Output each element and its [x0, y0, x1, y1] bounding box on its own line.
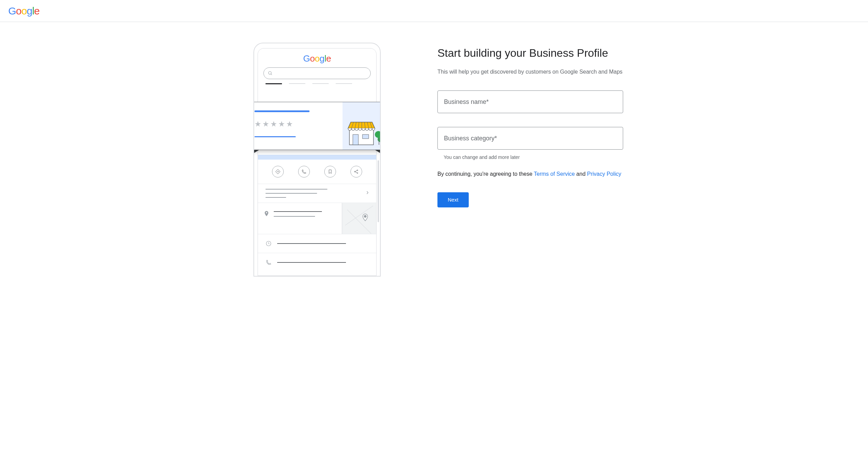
legal-and: and — [575, 171, 587, 177]
svg-point-4 — [357, 173, 358, 174]
bookmark-icon — [324, 166, 336, 177]
phone-frame: Google — [253, 43, 381, 277]
business-name-field-wrapper — [437, 90, 623, 113]
page-title: Start building your Business Profile — [437, 46, 623, 61]
action-icons-row — [258, 166, 376, 184]
map-thumbnail — [342, 203, 376, 234]
directions-icon — [272, 166, 284, 177]
svg-line-1 — [271, 74, 272, 75]
location-pin-icon — [263, 211, 270, 217]
phone-google-logo: Google — [258, 49, 376, 67]
illustration-panel: Google — [245, 43, 389, 277]
privacy-policy-link[interactable]: Privacy Policy — [587, 171, 621, 177]
svg-point-2 — [355, 171, 356, 172]
svg-point-0 — [269, 72, 271, 74]
category-helper-text: You can change and add more later — [437, 154, 623, 160]
hours-row — [258, 234, 376, 253]
storefront-icon — [346, 118, 381, 146]
star-rating-icon: ★★★★★ — [254, 120, 335, 129]
page-subtitle: This will help you get discovered by cus… — [437, 67, 623, 76]
business-name-input[interactable] — [437, 90, 623, 113]
scroll-indicator — [378, 160, 379, 222]
next-button[interactable]: Next — [437, 192, 469, 207]
business-category-input[interactable] — [437, 127, 623, 150]
svg-rect-10 — [353, 134, 358, 145]
svg-rect-11 — [362, 134, 369, 139]
svg-line-5 — [355, 171, 357, 172]
map-pin-icon — [361, 213, 369, 222]
chevron-right-icon: › — [366, 188, 369, 196]
legal-prefix: By continuing, you're agreeing to these — [437, 171, 534, 177]
clock-icon — [265, 240, 272, 247]
page-header: Google — [0, 0, 868, 22]
svg-point-3 — [357, 170, 358, 171]
phone-screen: Google — [258, 48, 377, 276]
business-category-field-wrapper — [437, 127, 623, 150]
form-panel: Start building your Business Profile Thi… — [437, 43, 623, 277]
description-row: › — [258, 184, 376, 203]
svg-line-6 — [355, 172, 357, 173]
share-icon — [350, 166, 362, 177]
legal-text: By continuing, you're agreeing to these … — [437, 170, 623, 179]
address-row — [258, 203, 376, 234]
terms-of-service-link[interactable]: Terms of Service — [534, 171, 575, 177]
main-content: Google — [0, 22, 868, 297]
call-icon — [298, 166, 310, 177]
phone-row — [258, 253, 376, 272]
business-result-card: ★★★★★ — [253, 102, 381, 150]
phone-tabs — [258, 83, 376, 86]
google-logo[interactable]: Google — [8, 5, 40, 17]
phone-search-bar — [263, 67, 371, 79]
search-icon — [268, 71, 273, 76]
svg-point-7 — [364, 215, 366, 217]
phone-icon — [265, 259, 272, 266]
